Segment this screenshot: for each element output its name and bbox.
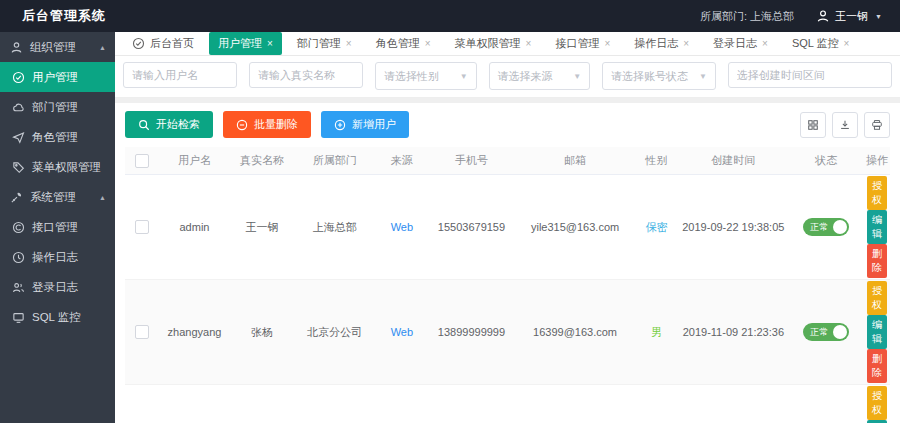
tab-operation-log[interactable]: 操作日志 × — [625, 32, 698, 55]
cell-phone: 13899999999 — [428, 280, 516, 385]
tab-login-log[interactable]: 登录日志 × — [704, 32, 777, 55]
column-header: 创建时间 — [678, 147, 788, 175]
chevron-down-icon: ▼ — [460, 72, 468, 81]
tab-label: 接口管理 — [555, 36, 599, 51]
print-button[interactable] — [864, 112, 890, 138]
edit-button[interactable]: 编辑 — [867, 315, 887, 349]
sidebar-item-operation-log[interactable]: 操作日志 — [0, 242, 115, 272]
search-button[interactable]: 开始检索 — [125, 111, 213, 138]
account-status-select[interactable]: 请选择账号状态 ▼ — [602, 62, 716, 90]
sidebar-item-login-log[interactable]: 登录日志 — [0, 272, 115, 302]
cell-username: admin — [159, 175, 231, 280]
tab-sql-monitor[interactable]: SQL 监控 × — [783, 32, 859, 55]
close-icon[interactable]: × — [267, 38, 273, 49]
source-select[interactable]: 请选择来源 ▼ — [489, 62, 591, 90]
sidebar-item-user-management[interactable]: 用户管理 — [0, 62, 115, 92]
gender-select[interactable]: 请选择性别 ▼ — [375, 62, 477, 90]
row-checkbox[interactable] — [135, 220, 149, 234]
close-icon[interactable]: × — [604, 38, 610, 49]
edit-button[interactable]: 编辑 — [867, 210, 887, 244]
sidebar-group-system[interactable]: 系统管理 ▲ — [0, 182, 115, 212]
department-label: 所属部门: — [700, 10, 747, 22]
tab-user-management[interactable]: 用户管理 × — [209, 32, 282, 55]
sidebar-item-sql-monitor[interactable]: SQL 监控 — [0, 302, 115, 332]
plus-circle-icon — [334, 119, 346, 131]
sidebar-item-department-management[interactable]: 部门管理 — [0, 92, 115, 122]
toolbar: 开始检索 批量删除 新增用户 — [125, 111, 890, 138]
users-icon — [11, 281, 25, 294]
close-icon[interactable]: × — [844, 38, 850, 49]
tab-department-management[interactable]: 部门管理 × — [288, 32, 361, 55]
select-all-checkbox[interactable] — [135, 154, 149, 168]
top-bar: 后台管理系统 所属部门: 上海总部 王一钢 ▼ — [0, 0, 900, 32]
realname-input[interactable] — [249, 62, 363, 88]
username-input[interactable] — [123, 62, 237, 88]
close-icon[interactable]: × — [346, 38, 352, 49]
tab-label: 后台首页 — [150, 36, 194, 51]
cell-created: 2019-11-09 21:23:36 — [678, 280, 788, 385]
minus-circle-icon — [236, 119, 248, 131]
authorize-button[interactable]: 授权 — [867, 281, 887, 315]
batch-delete-button[interactable]: 批量删除 — [223, 111, 311, 138]
sidebar-item-menu-permission-management[interactable]: 菜单权限管理 — [0, 152, 115, 182]
column-header: 用户名 — [159, 147, 231, 175]
cell-created: 2019-09-22 19:38:05 — [678, 175, 788, 280]
tab-label: 用户管理 — [218, 36, 262, 51]
cell-department: 北京分公司 — [294, 385, 376, 423]
search-icon — [138, 119, 150, 131]
admin-app: 后台管理系统 所属部门: 上海总部 王一钢 ▼ 组织管理 ▲ 用户管理 — [0, 0, 900, 423]
grid-icon — [807, 119, 819, 131]
tab-label: 部门管理 — [297, 36, 341, 51]
column-header: 手机号 — [428, 147, 516, 175]
cell-department: 北京分公司 — [294, 280, 376, 385]
tab-home[interactable]: 后台首页 — [123, 32, 203, 55]
tab-label: SQL 监控 — [792, 36, 839, 51]
delete-button[interactable]: 删除 — [867, 244, 887, 278]
sidebar-group-label: 系统管理 — [30, 190, 76, 205]
cloud-icon — [11, 101, 25, 114]
clock-icon — [11, 251, 25, 264]
chevron-down-icon: ▼ — [875, 13, 882, 20]
tools-icon — [9, 191, 23, 204]
department-value: 上海总部 — [750, 10, 794, 22]
close-icon[interactable]: × — [526, 38, 532, 49]
status-toggle[interactable]: 正常 — [803, 323, 849, 341]
status-toggle[interactable]: 正常 — [803, 218, 849, 236]
authorize-button[interactable]: 授权 — [867, 176, 887, 210]
table-row: admin王一钢上海总部Web15503679159yile315@163.co… — [125, 175, 890, 280]
sidebar-item-label: SQL 监控 — [32, 310, 81, 325]
table-tools — [800, 112, 890, 138]
cell-department: 上海总部 — [294, 175, 376, 280]
user-menu[interactable]: 王一钢 ▼ — [816, 9, 882, 24]
department-info: 所属部门: 上海总部 — [700, 9, 794, 24]
sidebar-group-org[interactable]: 组织管理 ▲ — [0, 32, 115, 62]
cell-phone: 15214568955 — [428, 385, 516, 423]
tab-label: 角色管理 — [376, 36, 420, 51]
tab-label: 菜单权限管理 — [455, 36, 521, 51]
topbar-right: 所属部门: 上海总部 王一钢 ▼ — [700, 9, 900, 24]
chevron-up-icon: ▲ — [99, 194, 106, 201]
sidebar-item-label: 用户管理 — [32, 70, 78, 85]
tab-menu-permission-management[interactable]: 菜单权限管理 × — [446, 32, 541, 55]
columns-toggle-button[interactable] — [800, 112, 826, 138]
close-icon[interactable]: × — [683, 38, 689, 49]
close-icon[interactable]: × — [762, 38, 768, 49]
authorize-button[interactable]: 授权 — [867, 386, 887, 420]
sidebar-item-role-management[interactable]: 角色管理 — [0, 122, 115, 152]
tab-api-management[interactable]: 接口管理 × — [546, 32, 619, 55]
sidebar-item-label: 菜单权限管理 — [32, 160, 101, 175]
created-range-input[interactable] — [728, 62, 892, 88]
tab-role-management[interactable]: 角色管理 × — [367, 32, 440, 55]
sidebar-item-api-management[interactable]: 接口管理 — [0, 212, 115, 242]
row-checkbox[interactable] — [135, 325, 149, 339]
export-button[interactable] — [832, 112, 858, 138]
user-name: 王一钢 — [835, 9, 868, 24]
check-circle-icon — [132, 37, 145, 50]
cell-email: 1224515@qq.com — [515, 385, 635, 423]
cell-source: Web — [376, 175, 428, 280]
sidebar-group-label: 组织管理 — [30, 40, 76, 55]
close-icon[interactable]: × — [425, 38, 431, 49]
sidebar-item-label: 部门管理 — [32, 100, 78, 115]
add-user-button[interactable]: 新增用户 — [321, 111, 409, 138]
delete-button[interactable]: 删除 — [867, 349, 887, 383]
